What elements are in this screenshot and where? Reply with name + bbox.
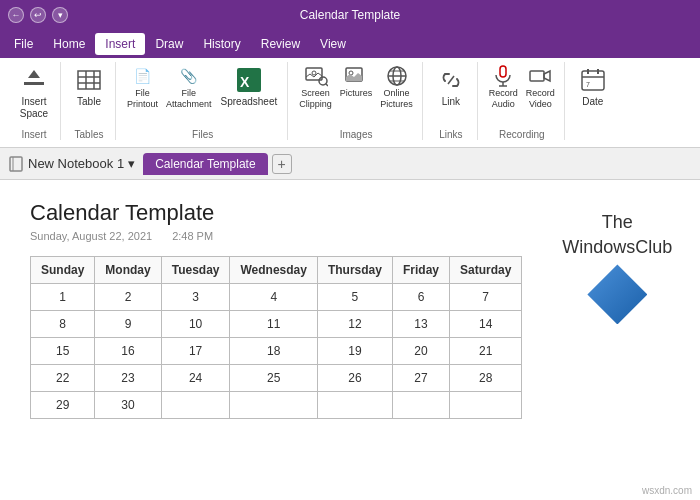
menu-home[interactable]: Home	[43, 33, 95, 55]
online-pictures-button[interactable]: OnlinePictures	[377, 62, 416, 112]
ribbon-group-images-label: Images	[340, 129, 373, 140]
link-button[interactable]: Link	[431, 62, 471, 110]
calendar-cell[interactable]	[230, 392, 317, 419]
notebook-add-tab-button[interactable]: +	[272, 154, 292, 174]
calendar-cell[interactable]: 11	[230, 311, 317, 338]
logo-line1: The	[562, 210, 672, 235]
calendar-header-wednesday: Wednesday	[230, 257, 317, 284]
undo-button[interactable]: ↩	[30, 7, 46, 23]
date-label: Date	[582, 96, 603, 108]
title-bar: ← ↩ ▾ Calendar Template	[0, 0, 700, 30]
spreadsheet-label: Spreadsheet	[221, 96, 278, 108]
notebook-name[interactable]: New Notebook 1 ▾	[8, 156, 135, 172]
notebook-active-tab[interactable]: Calendar Template	[143, 153, 268, 175]
record-video-button[interactable]: RecordVideo	[523, 62, 558, 112]
ribbon-group-recording-label: Recording	[499, 129, 545, 140]
calendar-cell[interactable]	[317, 392, 392, 419]
calendar-cell[interactable]: 28	[449, 365, 521, 392]
calendar-cell[interactable]: 24	[161, 365, 230, 392]
calendar-cell[interactable]: 16	[95, 338, 161, 365]
calendar-cell[interactable]: 18	[230, 338, 317, 365]
calendar-cell[interactable]: 6	[392, 284, 449, 311]
calendar-cell[interactable]: 10	[161, 311, 230, 338]
date-icon: 7	[577, 64, 609, 96]
spreadsheet-icon: X	[233, 64, 265, 96]
insert-space-button[interactable]: Insert Space	[14, 62, 54, 122]
calendar-cell[interactable]: 1	[31, 284, 95, 311]
screen-clipping-label: ScreenClipping	[299, 88, 332, 110]
record-audio-button[interactable]: RecordAudio	[486, 62, 521, 112]
content-main: Calendar Template Sunday, August 22, 202…	[30, 200, 522, 480]
calendar-cell[interactable]: 21	[449, 338, 521, 365]
calendar-cell[interactable]: 25	[230, 365, 317, 392]
calendar-cell[interactable]: 15	[31, 338, 95, 365]
calendar-cell[interactable]: 14	[449, 311, 521, 338]
calendar-cell[interactable]: 19	[317, 338, 392, 365]
screen-clipping-button[interactable]: ScreenClipping	[296, 62, 335, 112]
calendar-header-sunday: Sunday	[31, 257, 95, 284]
calendar-cell[interactable]: 9	[95, 311, 161, 338]
calendar-cell[interactable]	[392, 392, 449, 419]
calendar-cell[interactable]: 30	[95, 392, 161, 419]
calendar-cell[interactable]: 3	[161, 284, 230, 311]
calendar-cell[interactable]: 17	[161, 338, 230, 365]
ribbon-group-files: 📄 FilePrintout 📎 FileAttachment X Spread…	[118, 62, 288, 140]
pin-button[interactable]: ▾	[52, 7, 68, 23]
menu-insert[interactable]: Insert	[95, 33, 145, 55]
insert-space-label: Insert Space	[20, 96, 48, 120]
online-pictures-icon	[385, 64, 409, 88]
calendar-cell[interactable]: 27	[392, 365, 449, 392]
calendar-cell[interactable]: 13	[392, 311, 449, 338]
calendar-cell[interactable]: 5	[317, 284, 392, 311]
page-date: Sunday, August 22, 2021	[30, 230, 152, 242]
calendar-row-4: 2930	[31, 392, 522, 419]
calendar-cell[interactable]: 2	[95, 284, 161, 311]
calendar-header-saturday: Saturday	[449, 257, 521, 284]
table-label: Table	[77, 96, 101, 108]
calendar-cell[interactable]: 8	[31, 311, 95, 338]
menu-history[interactable]: History	[193, 33, 250, 55]
calendar-header-thursday: Thursday	[317, 257, 392, 284]
calendar-cell[interactable]: 22	[31, 365, 95, 392]
screen-clipping-icon	[304, 64, 328, 88]
svg-rect-2	[78, 71, 100, 89]
file-attachment-label: FileAttachment	[166, 88, 212, 110]
file-printout-button[interactable]: 📄 FilePrintout	[124, 62, 161, 112]
spreadsheet-button[interactable]: X Spreadsheet	[217, 62, 282, 110]
calendar-cell[interactable]: 23	[95, 365, 161, 392]
svg-line-11	[326, 84, 328, 86]
calendar-cell[interactable]: 26	[317, 365, 392, 392]
back-button[interactable]: ←	[8, 7, 24, 23]
calendar-cell[interactable]: 29	[31, 392, 95, 419]
ribbon-group-images: ScreenClipping Pictures	[290, 62, 423, 140]
record-video-icon	[528, 64, 552, 88]
table-button[interactable]: Table	[69, 62, 109, 110]
calendar-cell[interactable]: 7	[449, 284, 521, 311]
calendar-row-3: 22232425262728	[31, 365, 522, 392]
logo-line2: WindowsClub	[562, 235, 672, 260]
page-title: Calendar Template	[30, 200, 522, 226]
menu-draw[interactable]: Draw	[145, 33, 193, 55]
calendar-cell[interactable]	[161, 392, 230, 419]
menu-file[interactable]: File	[4, 33, 43, 55]
calendar-header-friday: Friday	[392, 257, 449, 284]
calendar-cell[interactable]	[449, 392, 521, 419]
calendar-cell[interactable]: 4	[230, 284, 317, 311]
file-attachment-button[interactable]: 📎 FileAttachment	[163, 62, 215, 112]
app-title: Calendar Template	[300, 8, 401, 22]
pictures-label: Pictures	[340, 88, 373, 99]
logo-area: The WindowsClub	[542, 200, 692, 480]
menu-view[interactable]: View	[310, 33, 356, 55]
calendar-header-tuesday: Tuesday	[161, 257, 230, 284]
calendar-cell[interactable]: 12	[317, 311, 392, 338]
watermark: wsxdn.com	[642, 485, 692, 496]
file-printout-label: FilePrintout	[127, 88, 158, 110]
date-button[interactable]: 7 Date	[573, 62, 613, 110]
ribbon-group-date: 7 Date x	[567, 62, 619, 140]
notebook-dropdown-icon[interactable]: ▾	[128, 156, 135, 171]
calendar-cell[interactable]: 20	[392, 338, 449, 365]
menu-review[interactable]: Review	[251, 33, 310, 55]
pictures-button[interactable]: Pictures	[337, 62, 376, 101]
pictures-icon	[344, 64, 368, 88]
ribbon-group-links: Link Links	[425, 62, 478, 140]
